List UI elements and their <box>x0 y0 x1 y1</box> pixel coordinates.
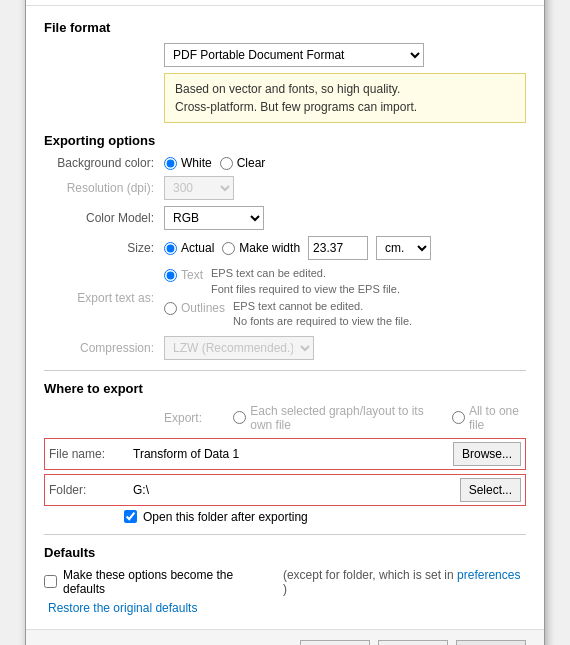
compression-row: Compression: LZW (Recommended.) None JPE… <box>44 336 526 360</box>
defaults-section-title: Defaults <box>44 545 526 560</box>
export-label: Export: <box>164 411 217 425</box>
compression-control: LZW (Recommended.) None JPEG <box>164 336 526 360</box>
exporting-options-title: Exporting options <box>44 133 526 148</box>
preferences-link[interactable]: preferences <box>457 568 520 582</box>
text-option-row: Text EPS text can be edited. Font files … <box>164 266 400 297</box>
dialog-footer: Help Cancel OK <box>26 629 544 645</box>
except-note: (except for folder, which is set in pref… <box>283 568 526 596</box>
each-file-option[interactable]: Each selected graph/layout to its own fi… <box>233 404 436 432</box>
color-model-select[interactable]: RGB CMYK Grayscale <box>164 206 264 230</box>
size-actual-option[interactable]: Actual <box>164 241 214 255</box>
divider1 <box>44 370 526 371</box>
each-file-radio[interactable] <box>233 411 246 424</box>
outlines-label: Outlines <box>181 301 225 315</box>
browse-button[interactable]: Browse... <box>453 442 521 466</box>
format-info-box: Based on vector and fonts, so high quali… <box>164 73 526 123</box>
bg-clear-label: Clear <box>237 156 266 170</box>
background-color-row: Background color: White Clear <box>44 156 526 170</box>
where-to-export-title: Where to export <box>44 381 526 396</box>
text-label: Text <box>181 268 203 282</box>
export-radios: Export: Each selected graph/layout to it… <box>164 404 526 432</box>
size-actual-label: Actual <box>181 241 214 255</box>
compression-label: Compression: <box>44 341 164 355</box>
all-one-option[interactable]: All to one file <box>452 404 526 432</box>
size-make-width-radio[interactable] <box>222 242 235 255</box>
color-model-row: Color Model: RGB CMYK Grayscale <box>44 206 526 230</box>
export-graph-dialog: Export Graph ✕ File format PDF Portable … <box>25 0 545 645</box>
help-button[interactable]: Help <box>300 640 370 645</box>
format-info-line2: Cross-platform. But few programs can imp… <box>175 100 417 114</box>
divider2 <box>44 534 526 535</box>
open-folder-label: Open this folder after exporting <box>143 510 308 524</box>
open-folder-row: Open this folder after exporting <box>124 510 526 524</box>
size-row: Size: Actual Make width cm. in. px. <box>44 236 526 260</box>
bg-clear-radio[interactable] <box>220 157 233 170</box>
folder-row: Folder: Select... <box>44 474 526 506</box>
text-note: EPS text can be edited. Font files requi… <box>211 266 400 297</box>
color-model-label: Color Model: <box>44 211 164 225</box>
size-make-width-label: Make width <box>239 241 300 255</box>
format-info-line1: Based on vector and fonts, so high quali… <box>175 82 400 96</box>
restore-row: Restore the original defaults <box>44 600 526 615</box>
background-control: White Clear <box>164 156 526 170</box>
bg-white-option[interactable]: White <box>164 156 212 170</box>
each-file-label: Each selected graph/layout to its own fi… <box>250 404 436 432</box>
outlines-radio-option[interactable]: Outlines <box>164 301 225 315</box>
file-name-row: File name: Browse... <box>44 438 526 470</box>
resolution-label: Resolution (dpi): <box>44 181 164 195</box>
size-unit-select[interactable]: cm. in. px. <box>376 236 431 260</box>
ok-button[interactable]: OK <box>456 640 526 645</box>
size-make-width-option[interactable]: Make width <box>222 241 300 255</box>
file-name-label: File name: <box>49 447 129 461</box>
file-format-select[interactable]: PDF Portable Document Format PNG Portabl… <box>164 43 424 67</box>
color-model-control: RGB CMYK Grayscale <box>164 206 526 230</box>
size-control: Actual Make width cm. in. px. <box>164 236 526 260</box>
restore-defaults-link[interactable]: Restore the original defaults <box>48 601 197 615</box>
make-default-label: Make these options become the defaults <box>63 568 277 596</box>
bg-white-radio[interactable] <box>164 157 177 170</box>
select-button[interactable]: Select... <box>460 478 521 502</box>
text-radio[interactable] <box>164 269 177 282</box>
export-text-row: Export text as: Text EPS text can be edi… <box>44 266 526 330</box>
resolution-row: Resolution (dpi): 300 72 96 150 600 <box>44 176 526 200</box>
export-text-control: Text EPS text can be edited. Font files … <box>164 266 526 330</box>
bg-clear-option[interactable]: Clear <box>220 156 266 170</box>
file-format-row: PDF Portable Document Format PNG Portabl… <box>44 43 526 67</box>
resolution-select: 300 72 96 150 600 <box>164 176 234 200</box>
make-default-checkbox[interactable] <box>44 575 57 588</box>
file-name-input[interactable] <box>129 443 453 465</box>
outlines-radio[interactable] <box>164 302 177 315</box>
bg-white-label: White <box>181 156 212 170</box>
open-folder-checkbox[interactable] <box>124 510 137 523</box>
export-text-label: Export text as: <box>44 291 164 305</box>
size-value-input[interactable] <box>308 236 368 260</box>
text-radio-option[interactable]: Text <box>164 268 203 282</box>
size-actual-radio[interactable] <box>164 242 177 255</box>
size-label: Size: <box>44 241 164 255</box>
file-format-section-title: File format <box>44 20 526 35</box>
cancel-button[interactable]: Cancel <box>378 640 448 645</box>
make-default-row: Make these options become the defaults (… <box>44 568 526 596</box>
compression-select: LZW (Recommended.) None JPEG <box>164 336 314 360</box>
all-one-label: All to one file <box>469 404 526 432</box>
file-format-control: PDF Portable Document Format PNG Portabl… <box>164 43 526 67</box>
folder-label: Folder: <box>49 483 129 497</box>
dialog-body: File format PDF Portable Document Format… <box>26 6 544 629</box>
resolution-control: 300 72 96 150 600 <box>164 176 526 200</box>
outlines-note: EPS text cannot be edited. No fonts are … <box>233 299 412 330</box>
folder-input[interactable] <box>129 479 460 501</box>
outlines-option-row: Outlines EPS text cannot be edited. No f… <box>164 299 412 330</box>
all-one-radio[interactable] <box>452 411 465 424</box>
background-label: Background color: <box>44 156 164 170</box>
